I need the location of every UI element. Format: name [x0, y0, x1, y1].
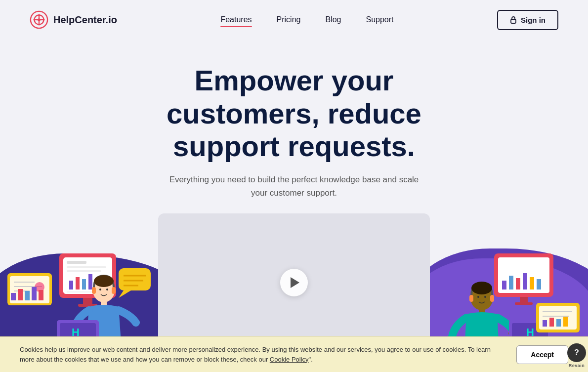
hero-heading-line3: support requests. [173, 130, 415, 162]
svg-rect-20 [67, 266, 106, 268]
svg-rect-75 [556, 319, 561, 327]
revain-badge[interactable]: ? Revain [567, 343, 586, 368]
svg-rect-13 [18, 289, 23, 300]
svg-rect-59 [490, 295, 494, 302]
nav-support[interactable]: Support [366, 15, 393, 24]
svg-rect-55 [520, 297, 528, 302]
signin-label: Sign in [521, 16, 546, 24]
svg-rect-15 [32, 287, 37, 300]
svg-rect-54 [537, 279, 541, 289]
svg-rect-53 [530, 277, 534, 289]
logo-icon [30, 10, 48, 29]
revain-icon: ? [567, 343, 586, 362]
svg-rect-22 [69, 281, 73, 289]
cookie-banner: Cookies help us improve our web content … [0, 336, 588, 372]
cookie-text: Cookies help us improve our web content … [20, 345, 506, 364]
video-area [158, 213, 430, 352]
svg-point-35 [106, 289, 108, 290]
cookie-policy-link[interactable]: Cookie Policy [270, 356, 309, 363]
svg-rect-74 [549, 318, 554, 327]
logo[interactable]: HelpCenter.io [30, 10, 117, 29]
hero-heading: Empower your customers, reduce support r… [121, 64, 467, 163]
svg-rect-12 [11, 293, 16, 300]
nav-pricing[interactable]: Pricing [277, 15, 301, 24]
signin-button[interactable]: Sign in [497, 10, 558, 30]
svg-rect-52 [523, 273, 527, 289]
svg-rect-16 [39, 290, 43, 300]
svg-rect-19 [67, 261, 86, 264]
svg-point-4 [38, 18, 41, 21]
revain-label: Revain [569, 363, 585, 368]
svg-rect-23 [76, 277, 80, 289]
svg-rect-56 [515, 302, 533, 305]
svg-rect-76 [563, 317, 568, 327]
svg-rect-21 [67, 270, 101, 272]
svg-rect-42 [119, 268, 151, 290]
svg-rect-31 [92, 287, 96, 294]
svg-rect-73 [543, 320, 547, 327]
svg-rect-49 [502, 281, 506, 289]
svg-rect-58 [469, 295, 473, 302]
hero-heading-line2: customers, reduce [167, 97, 421, 129]
play-button[interactable] [280, 269, 308, 296]
svg-point-60 [471, 282, 492, 294]
navigation: HelpCenter.io Features Pricing Blog Supp… [0, 0, 588, 40]
svg-rect-32 [112, 287, 116, 294]
hero-heading-line1: Empower your [195, 64, 394, 96]
accept-button[interactable]: Accept [516, 345, 568, 364]
svg-rect-5 [511, 19, 516, 23]
svg-rect-50 [509, 276, 513, 289]
svg-marker-43 [119, 290, 131, 298]
svg-rect-28 [83, 298, 92, 304]
hero-subtext: Everything you need to build the perfect… [163, 173, 425, 200]
svg-rect-24 [82, 279, 86, 289]
svg-rect-25 [88, 274, 92, 289]
svg-point-34 [99, 289, 101, 290]
nav-links: Features Pricing Blog Support [220, 15, 393, 24]
svg-rect-51 [516, 278, 520, 289]
svg-point-61 [477, 296, 479, 298]
svg-point-33 [94, 275, 114, 287]
svg-point-62 [484, 296, 486, 298]
lock-icon [510, 16, 517, 24]
svg-rect-14 [25, 291, 30, 300]
nav-blog[interactable]: Blog [325, 15, 341, 24]
nav-features[interactable]: Features [220, 15, 252, 24]
logo-text: HelpCenter.io [53, 14, 117, 26]
